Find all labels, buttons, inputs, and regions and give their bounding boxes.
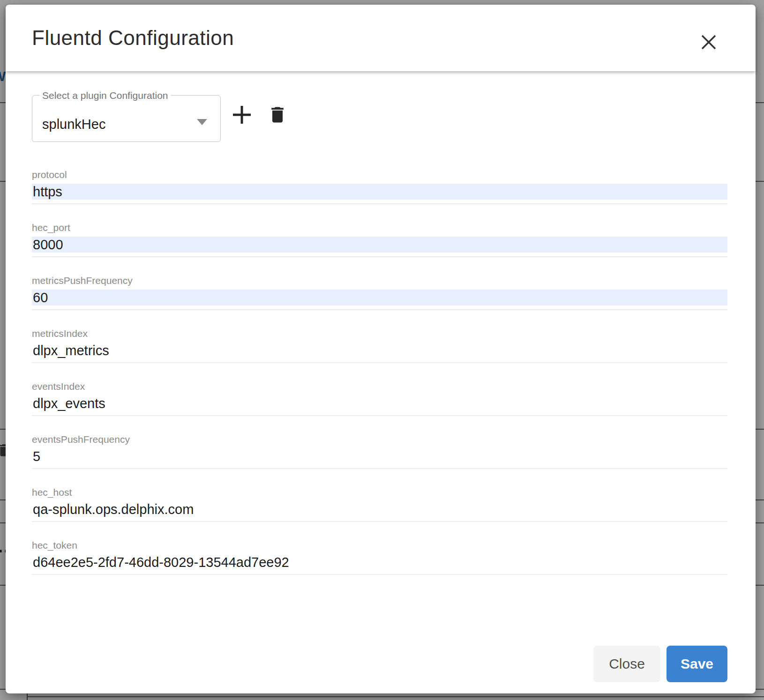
config-field: hec_token d64ee2e5-2fd7-46dd-8029-13544a… — [32, 540, 727, 575]
field-input[interactable]: 60 — [32, 290, 727, 305]
plugin-select-value: splunkHec — [42, 116, 105, 132]
config-field: hec_host qa-splunk.ops.delphix.com — [32, 487, 727, 522]
dialog-header: Fluentd Configuration — [6, 5, 756, 71]
field-input[interactable]: qa-splunk.ops.delphix.com — [32, 501, 727, 517]
config-fields-list: protocol https hec_port 8000 metricsPush… — [32, 169, 727, 575]
dialog-title: Fluentd Configuration — [32, 26, 234, 50]
field-input[interactable]: 5 — [32, 448, 727, 464]
trash-icon — [267, 104, 288, 125]
config-field: eventsPushFrequency 5 — [32, 434, 727, 469]
config-field: metricsIndex dlpx_metrics — [32, 328, 727, 363]
plugin-config-select[interactable]: Select a plugin Configuration splunkHec — [32, 95, 221, 142]
field-label: eventsIndex — [32, 381, 727, 392]
plugin-select-label: Select a plugin Configuration — [39, 90, 171, 101]
field-label: protocol — [32, 169, 727, 180]
field-input[interactable]: d64ee2e5-2fd7-46dd-8029-13544ad7ee92 — [32, 554, 727, 570]
field-label: hec_token — [32, 540, 727, 551]
screen: W ... Fluentd Configuration — [0, 0, 764, 700]
x-icon — [700, 33, 718, 51]
plugin-selector-row: Select a plugin Configuration splunkHec — [32, 95, 727, 142]
field-input[interactable]: dlpx_events — [32, 395, 727, 411]
field-input[interactable]: dlpx_metrics — [32, 343, 727, 358]
chevron-down-icon — [197, 119, 207, 125]
dialog-footer: Close Save — [593, 646, 727, 682]
config-field: hec_port 8000 — [32, 222, 727, 257]
dialog-body: Select a plugin Configuration splunkHec — [6, 71, 756, 575]
plus-icon — [232, 105, 252, 125]
field-label: eventsPushFrequency — [32, 434, 727, 445]
delete-config-button[interactable] — [267, 104, 288, 126]
field-input[interactable]: 8000 — [32, 237, 727, 253]
field-label: metricsPushFrequency — [32, 275, 727, 286]
config-field: protocol https — [32, 169, 727, 204]
field-label: hec_host — [32, 487, 727, 498]
close-button[interactable]: Close — [593, 646, 660, 682]
field-input[interactable]: https — [32, 184, 727, 200]
config-field: metricsPushFrequency 60 — [32, 275, 727, 310]
add-config-button[interactable] — [231, 104, 253, 126]
field-label: metricsIndex — [32, 328, 727, 339]
close-dialog-button[interactable] — [697, 30, 720, 54]
fluentd-configuration-dialog: Fluentd Configuration Select a plugin Co… — [6, 5, 756, 693]
field-label: hec_port — [32, 222, 727, 233]
save-button[interactable]: Save — [667, 646, 727, 682]
config-field: eventsIndex dlpx_events — [32, 381, 727, 416]
